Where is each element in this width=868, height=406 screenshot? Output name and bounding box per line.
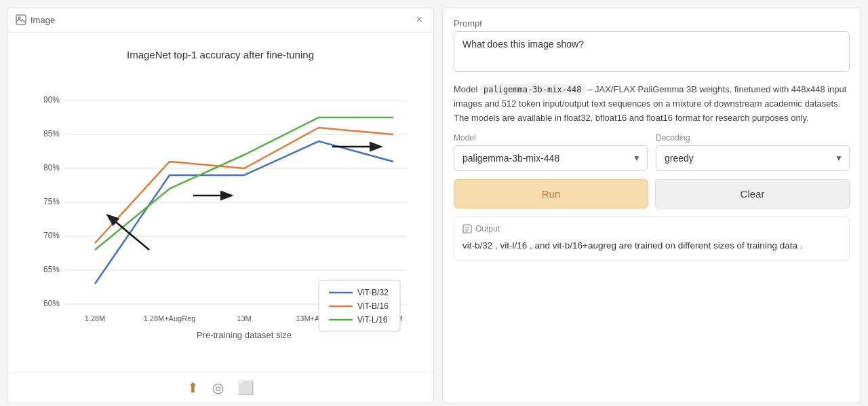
svg-text:ImageNet top-1 accuracy after : ImageNet top-1 accuracy after fine-tunin… [127, 49, 314, 60]
model-code: paligemma-3b-mix-448 [480, 84, 585, 95]
model-description: Model paligemma-3b-mix-448 – JAX/FLAX Pa… [454, 83, 850, 125]
svg-text:1.28M+AugReg: 1.28M+AugReg [144, 314, 196, 322]
main-container: Image × ImageNet top-1 accuracy after fi… [7, 7, 861, 403]
svg-text:70%: 70% [43, 231, 60, 240]
svg-text:80%: 80% [43, 163, 60, 172]
model-select-wrapper: paligemma-3b-mix-448 paligemma-3b-pt-448… [454, 145, 648, 171]
output-label: Output [462, 224, 841, 234]
prompt-input[interactable]: What does this image show? [454, 31, 850, 72]
buttons-row: Run Clear [454, 179, 850, 208]
close-button[interactable]: × [414, 13, 425, 26]
svg-text:Pre-training dataset size: Pre-training dataset size [197, 330, 292, 340]
svg-text:ViT-L/16: ViT-L/16 [357, 315, 388, 325]
controls-row: Model paligemma-3b-mix-448 paligemma-3b-… [454, 133, 850, 171]
svg-text:ViT-B/16: ViT-B/16 [357, 301, 389, 311]
run-button[interactable]: Run [454, 179, 648, 208]
upload-icon[interactable]: ⬆ [187, 380, 199, 396]
image-panel-label: Image [31, 15, 55, 25]
svg-text:75%: 75% [43, 197, 60, 206]
svg-text:85%: 85% [43, 129, 60, 139]
svg-text:1.28M: 1.28M [85, 314, 106, 322]
image-panel: Image × ImageNet top-1 accuracy after fi… [7, 7, 434, 403]
svg-text:65%: 65% [43, 265, 60, 274]
image-panel-title: Image [16, 14, 55, 25]
chart-svg: ImageNet top-1 accuracy after fine-tunin… [20, 39, 420, 365]
image-panel-icon [16, 14, 26, 25]
output-label-text: Output [475, 224, 500, 234]
chart-footer: ⬆ ◎ ⬜ [7, 372, 433, 403]
output-text: vit-b/32 , vit-l/16 , and vit-b/16+augre… [462, 239, 841, 253]
decoding-control: Decoding greedy beam search sampling ▼ [656, 133, 850, 171]
decoding-select[interactable]: greedy beam search sampling [656, 145, 850, 171]
svg-text:90%: 90% [43, 95, 60, 105]
svg-text:13M: 13M [237, 314, 251, 322]
decoding-label: Decoding [656, 133, 850, 143]
svg-text:ViT-B/32: ViT-B/32 [357, 288, 389, 297]
svg-text:60%: 60% [43, 299, 60, 308]
model-select[interactable]: paligemma-3b-mix-448 paligemma-3b-pt-448 [454, 145, 648, 171]
prompt-label: Prompt [454, 18, 850, 29]
right-panel: Prompt What does this image show? Model … [442, 7, 861, 403]
clear-button[interactable]: Clear [655, 179, 850, 208]
prompt-section: Prompt What does this image show? [454, 18, 850, 75]
frame-icon[interactable]: ⬜ [237, 380, 254, 396]
output-section: Output vit-b/32 , vit-l/16 , and vit-b/1… [454, 217, 850, 260]
model-label: Model [454, 133, 648, 143]
image-panel-header: Image × [7, 7, 433, 33]
output-icon [462, 224, 472, 234]
model-control: Model paligemma-3b-mix-448 paligemma-3b-… [454, 133, 648, 171]
chart-container: ImageNet top-1 accuracy after fine-tunin… [7, 33, 433, 372]
circle-icon[interactable]: ◎ [212, 380, 224, 396]
decoding-select-wrapper: greedy beam search sampling ▼ [656, 145, 850, 171]
